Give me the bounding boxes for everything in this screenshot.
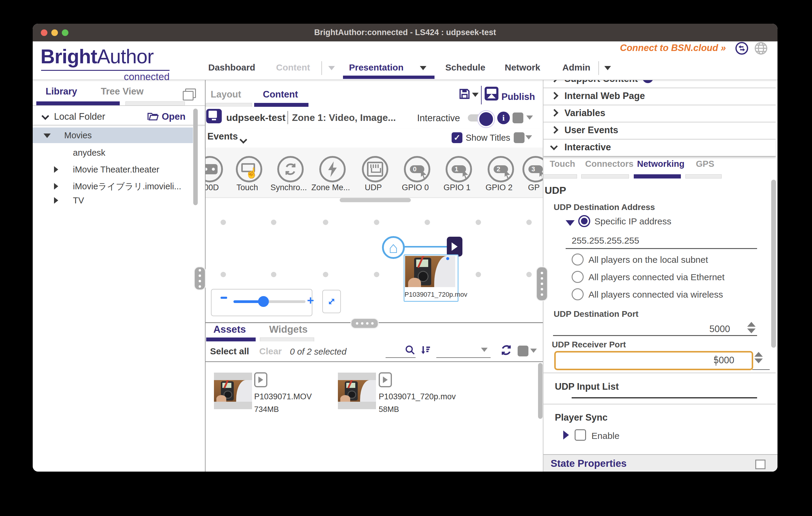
zoom-out-button[interactable] bbox=[221, 297, 227, 299]
section-variables[interactable]: Variables bbox=[544, 105, 776, 122]
widgets-tab[interactable]: Widgets bbox=[269, 324, 308, 335]
save-icon[interactable] bbox=[458, 87, 471, 102]
nav-dashboard[interactable]: Dashboard bbox=[208, 62, 255, 72]
sidebar-tab-library[interactable]: Library bbox=[46, 86, 77, 97]
tree-item-movies[interactable]: Movies bbox=[33, 127, 193, 143]
assets-tab[interactable]: Assets bbox=[213, 324, 246, 335]
zone-panel-caret-icon[interactable] bbox=[526, 116, 533, 120]
refresh-icon[interactable] bbox=[500, 343, 513, 358]
tree-collapsed-icon[interactable] bbox=[54, 183, 58, 190]
section-user-events[interactable]: User Events bbox=[544, 122, 776, 140]
section-internal-web-page[interactable]: Internal Web Page bbox=[544, 88, 776, 105]
zoom-in-button[interactable]: + bbox=[307, 294, 314, 307]
udp-event-icon[interactable] bbox=[362, 156, 388, 182]
sort-order-caret-icon[interactable] bbox=[481, 348, 488, 352]
nav-presentation[interactable]: Presentation bbox=[349, 62, 404, 72]
zone-label[interactable]: Zone 1: Video, Image... bbox=[292, 112, 396, 123]
tree-collapsed-icon[interactable] bbox=[54, 166, 58, 173]
media-state-play-icon[interactable] bbox=[447, 237, 462, 256]
gpio0-event-icon[interactable]: 0 bbox=[404, 156, 430, 182]
udp-recv-port-input[interactable]: 5000 bbox=[554, 351, 753, 370]
show-titles-checkbox[interactable]: ✓ bbox=[452, 132, 462, 143]
player-sync-enable-checkbox[interactable] bbox=[575, 429, 586, 441]
clear-button[interactable]: Clear bbox=[259, 346, 282, 356]
asset-play-icon[interactable] bbox=[254, 372, 267, 387]
publish-button[interactable]: Publish bbox=[501, 91, 535, 102]
sidebar-scrollbar[interactable] bbox=[193, 109, 198, 205]
player-sync-expand-icon[interactable] bbox=[563, 430, 569, 439]
section-interactive[interactable]: Interactive bbox=[544, 139, 776, 157]
interactive-tab-gps[interactable]: GPS bbox=[696, 159, 714, 169]
assets-panel-toggle-button[interactable] bbox=[518, 345, 528, 356]
udp-dest-port-input[interactable] bbox=[553, 335, 757, 336]
local-folder-collapse-icon[interactable] bbox=[42, 113, 48, 120]
nav-admin-caret-icon[interactable] bbox=[604, 66, 611, 70]
local-subnet-radio[interactable] bbox=[572, 253, 584, 266]
panel-splitter-handle[interactable] bbox=[536, 266, 548, 301]
zoom-slider-track[interactable] bbox=[233, 300, 306, 303]
popout-panel-icon[interactable] bbox=[755, 460, 765, 469]
search-input[interactable] bbox=[385, 357, 415, 358]
nav-presentation-caret-icon[interactable] bbox=[420, 66, 427, 70]
interactive-tab-touch[interactable]: Touch bbox=[550, 159, 575, 169]
events-panel-toggle-button[interactable] bbox=[514, 132, 525, 143]
tree-expanded-icon[interactable] bbox=[44, 133, 51, 138]
ip-address-input[interactable] bbox=[566, 248, 757, 249]
interactive-tab-networking[interactable]: Networking bbox=[637, 159, 685, 169]
remote-event-icon[interactable] bbox=[206, 156, 223, 182]
nav-schedule[interactable]: Schedule bbox=[445, 62, 485, 72]
transfer-icon[interactable] bbox=[735, 41, 749, 55]
zone-message-event-icon[interactable] bbox=[319, 156, 346, 182]
open-folder-icon[interactable] bbox=[147, 111, 159, 123]
specific-ip-radio[interactable] bbox=[578, 215, 590, 227]
zone-panel-toggle-button[interactable] bbox=[513, 113, 523, 123]
events-strip-scrollbar[interactable] bbox=[340, 198, 411, 202]
tree-item-tv[interactable]: TV bbox=[33, 192, 193, 208]
tree-collapsed-icon[interactable] bbox=[54, 197, 58, 204]
editor-tab-layout[interactable]: Layout bbox=[211, 89, 241, 100]
udp-input-list-input[interactable] bbox=[572, 397, 757, 398]
ethernet-radio[interactable] bbox=[572, 271, 584, 283]
globe-icon[interactable] bbox=[754, 41, 768, 55]
info-icon[interactable]: i bbox=[497, 112, 510, 124]
gpio2-event-icon[interactable]: 2 bbox=[488, 156, 514, 182]
interactive-toggle[interactable] bbox=[468, 114, 491, 121]
wireless-radio[interactable] bbox=[572, 288, 584, 300]
nav-content[interactable]: Content bbox=[276, 62, 310, 72]
sidebar-splitter-handle[interactable] bbox=[194, 266, 206, 291]
home-state-icon[interactable]: ⌂ bbox=[382, 236, 405, 259]
asset-thumbnail[interactable] bbox=[338, 373, 376, 409]
dest-port-stepper[interactable] bbox=[747, 322, 756, 333]
interactive-tab-connectors[interactable]: Connectors bbox=[585, 159, 634, 169]
asset-list-scrollbar[interactable] bbox=[538, 363, 543, 419]
search-icon[interactable] bbox=[404, 344, 416, 357]
tree-item-imovie-library[interactable]: iMovieライブラリ.imovieli... bbox=[33, 179, 193, 194]
tree-item-imovie-theater[interactable]: iMovie Theater.theater bbox=[33, 162, 193, 177]
recv-port-stepper[interactable] bbox=[754, 352, 763, 363]
touch-event-icon[interactable]: ☝ bbox=[236, 156, 262, 182]
assets-panel-caret-icon[interactable] bbox=[530, 348, 537, 353]
sidebar-tab-tree-view[interactable]: Tree View bbox=[101, 86, 143, 97]
nav-network[interactable]: Network bbox=[505, 62, 540, 72]
collapse-address-options-icon[interactable] bbox=[566, 220, 575, 226]
editor-tab-content[interactable]: Content bbox=[263, 89, 298, 100]
synchronize-event-icon[interactable] bbox=[277, 156, 304, 182]
select-all-button[interactable]: Select all bbox=[210, 346, 249, 356]
assets-splitter-handle[interactable] bbox=[350, 318, 379, 329]
state-properties-bar[interactable]: State Properties bbox=[544, 454, 778, 472]
nav-content-caret-icon[interactable] bbox=[328, 66, 335, 70]
panel-scrollbar[interactable] bbox=[771, 180, 776, 348]
open-button[interactable]: Open bbox=[162, 111, 185, 122]
gpio1-event-icon[interactable]: 1 bbox=[445, 156, 472, 182]
gpio3-event-icon[interactable]: 3 bbox=[522, 156, 543, 182]
zoom-slider-knob[interactable] bbox=[258, 296, 269, 307]
fit-canvas-button[interactable] bbox=[322, 290, 341, 313]
presentation-canvas[interactable]: ⌂ P1039071_720p.mov + bbox=[206, 203, 543, 326]
sort-icon[interactable] bbox=[419, 344, 432, 358]
nav-admin[interactable]: Admin bbox=[562, 62, 590, 72]
asset-thumbnail[interactable] bbox=[214, 373, 252, 409]
events-panel-caret-icon[interactable] bbox=[525, 135, 532, 140]
save-caret-icon[interactable] bbox=[472, 93, 478, 97]
tree-item-anydesk[interactable]: anydesk bbox=[33, 145, 193, 160]
sort-order-select[interactable] bbox=[436, 357, 491, 358]
